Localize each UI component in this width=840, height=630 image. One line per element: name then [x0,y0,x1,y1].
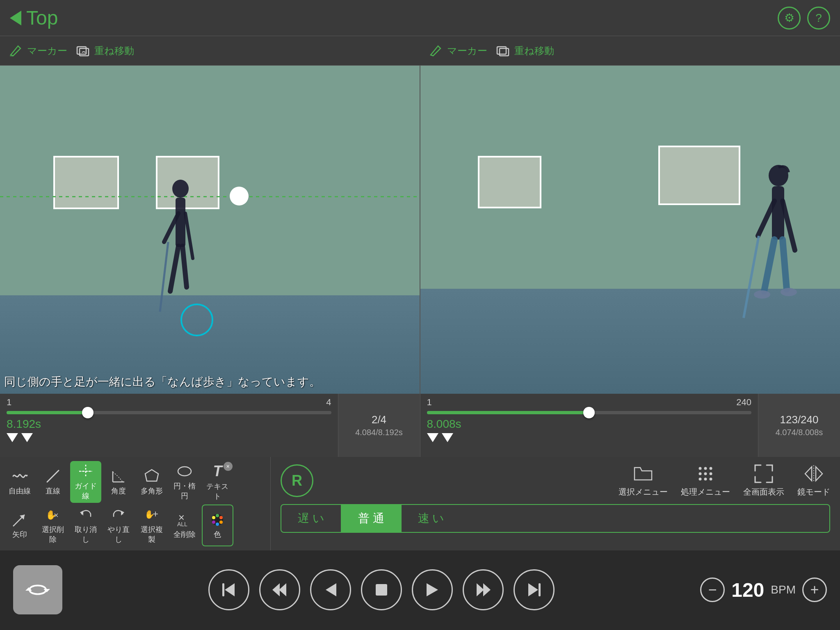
toolbar-right: マーカー 重ね移動 [412,43,832,58]
fullscreen-icon [753,463,774,484]
mirror-label: 鏡モード [797,486,830,498]
loop-button[interactable] [13,565,62,614]
angle-icon [110,468,127,484]
guide-line-left[interactable] [0,196,420,197]
marker-button-left[interactable]: マーカー [8,43,67,58]
loop-icon [25,578,50,602]
tool-guide[interactable]: ガイド線 [70,461,101,503]
timeline-fraction-left: 2/4 [372,413,386,426]
tool-undo[interactable]: 取り消し [70,504,101,546]
svg-line-29 [13,525,15,526]
skip-to-end-button[interactable] [514,569,555,610]
video-panel-right[interactable] [420,66,840,394]
timeline-numbers-left: 1 4 [7,397,331,408]
tool-line[interactable]: 直線 [37,461,68,503]
svg-rect-70 [539,583,541,596]
back-button[interactable]: Top [10,7,58,29]
tool-arrow[interactable]: 矢印 [4,504,35,546]
guide-handle-left[interactable] [230,187,249,205]
tool-color[interactable]: 色 [202,504,233,546]
svg-point-43 [212,520,215,524]
bottom-controls: − 120 BPM + [0,550,840,629]
svg-marker-64 [326,583,336,596]
tool-delete-all[interactable]: ✕ ALL 全削除 [169,504,200,546]
fullscreen-button[interactable]: 全画面表示 [743,463,784,498]
timeline-detail-right: 4.074/8.008s [776,428,823,437]
skip-to-start-button[interactable] [208,569,249,610]
timeline-end-right: 240 [736,397,751,408]
bpm-plus-button[interactable]: + [802,578,827,602]
svg-rect-3 [497,47,506,54]
svg-point-5 [172,180,189,198]
timeline-left: 1 4 8.192s [0,394,338,457]
right-tool-icons: 選択メニュー 処理メニュー [323,463,830,498]
polygon-icon [144,468,160,484]
help-button[interactable]: ? [807,7,830,30]
speed-fast-button[interactable]: 速 い [402,505,461,532]
tool-redo[interactable]: やり直し [103,504,134,546]
svg-point-52 [699,478,702,481]
svg-rect-6 [176,198,185,247]
tool-polygon[interactable]: 多角形 [136,461,167,503]
redo-label: やり直し [105,525,132,544]
r-button[interactable]: R [281,464,313,497]
fast-forward-button[interactable] [463,569,504,610]
rewind-button[interactable] [259,569,300,610]
svg-marker-56 [816,467,822,481]
overlay-label-right: 重ね移動 [514,44,554,57]
overlay-button-left[interactable]: 重ね移動 [75,43,134,58]
person-figure-left [156,176,205,316]
play-icon [423,581,441,599]
timeline-markers-left [7,433,331,442]
speed-slow-button[interactable]: 遅 い [281,505,342,532]
toolbar-row: マーカー 重ね移動 マーカー 重ね移動 [0,36,840,66]
bpm-minus-button[interactable]: − [700,578,725,602]
svg-point-53 [704,478,707,481]
stop-button[interactable] [361,569,402,610]
tool-angle[interactable]: 角度 [103,461,134,503]
select-delete-icon: ✋ × [45,507,61,523]
mirror-mode-button[interactable]: 鏡モード [797,463,830,498]
marker-right-2[interactable] [442,433,453,442]
svg-point-54 [710,478,712,481]
svg-marker-33 [121,511,124,516]
timeline-track-left[interactable] [7,411,331,414]
pencil-icon-left [8,43,23,58]
play-button[interactable] [412,569,453,610]
svg-point-41 [219,520,223,524]
text-icon: T [213,463,222,480]
ellipse-label: 円・楕円 [171,481,199,501]
color-palette-icon [209,511,226,528]
marker-right-1[interactable] [427,433,438,442]
settings-button[interactable]: ⚙ [778,7,801,30]
overlay-button-right[interactable]: 重ね移動 [495,43,554,58]
speed-normal-button[interactable]: 普 通 [342,505,402,532]
line-icon [45,468,61,484]
process-menu-label: 処理メニュー [681,486,730,498]
svg-line-21 [47,470,59,482]
tool-copy[interactable]: ✋ + 選択複製 [136,504,167,546]
svg-point-39 [216,514,219,517]
frame-back-icon [322,581,340,599]
marker-button-right[interactable]: マーカー [428,43,487,58]
timeline-time-left: 8.192s [7,418,331,431]
select-menu-button[interactable]: 選択メニュー [619,463,668,498]
video-area: 同じ側の手と足が一緒に出る「なんば歩き」なっています。 [0,66,840,394]
process-menu-button[interactable]: 処理メニュー [681,463,730,498]
tools-panel-right: R 選択メニュー [271,457,840,550]
tool-ellipse[interactable]: 円・楕円 [169,461,200,503]
tool-freehand[interactable]: 自由線 [4,461,35,503]
svg-marker-60 [225,583,235,596]
svg-point-40 [219,516,223,519]
svg-marker-25 [145,470,158,481]
video-panel-left[interactable]: 同じ側の手と足が一緒に出る「なんば歩き」なっています。 [0,66,420,394]
bpm-minus-icon: − [708,581,717,598]
tool-text[interactable]: T × テキスト [202,461,233,503]
marker-left-2[interactable] [21,433,33,442]
frame-back-button[interactable] [310,569,351,610]
timeline-numbers-right: 1 240 [427,397,752,408]
tool-select-delete[interactable]: ✋ × 選択削除 [37,504,68,546]
marker-left-1[interactable] [7,433,18,442]
svg-marker-69 [528,583,538,596]
timeline-track-right[interactable] [427,411,752,414]
